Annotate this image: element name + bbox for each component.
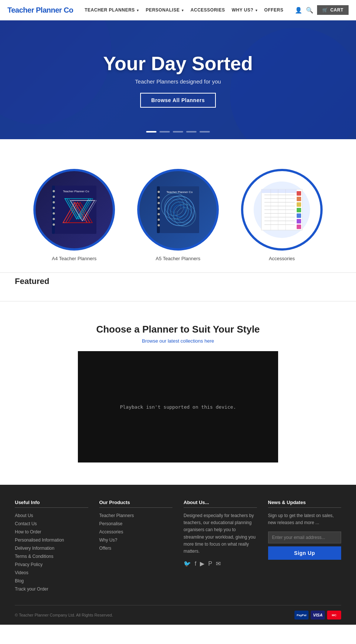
hero-dot-2[interactable] (159, 131, 170, 133)
main-nav: TEACHER PLANNERS ▾ PERSONALISE ▾ ACCESSO… (85, 7, 283, 13)
svg-text:Teacher Planner Co: Teacher Planner Co (167, 190, 193, 194)
logo-text: Teacher Planner Co (7, 6, 73, 14)
list-item: Terms & Conditions (15, 553, 88, 559)
list-item: Accessories (99, 529, 173, 535)
svg-rect-44 (297, 219, 301, 223)
nav-why-us[interactable]: WHY US? ▾ (232, 7, 258, 13)
pinterest-icon[interactable]: P (208, 560, 212, 567)
hero-dots (146, 131, 210, 133)
nav-offers[interactable]: OFFERS (264, 7, 284, 13)
collections-link[interactable]: Browse our latest collections here (142, 338, 214, 344)
svg-point-13 (53, 201, 55, 203)
link-personalise[interactable]: Personalise (99, 521, 123, 526)
svg-rect-42 (297, 208, 301, 212)
hero-dot-4[interactable] (186, 131, 197, 133)
cart-label: CART (330, 7, 343, 13)
hero-subtext: Teacher Planners designed for you (103, 78, 253, 85)
category-a4[interactable]: Teacher Planner Co (33, 169, 115, 261)
svg-point-36 (158, 224, 160, 226)
products-heading: Our Products (99, 500, 173, 508)
header-icons: 👤 🔍 🛒 CART (295, 5, 349, 15)
link-how-to-order[interactable]: How to Order (15, 529, 41, 535)
nav-teacher-planners[interactable]: TEACHER PLANNERS ▾ (85, 7, 139, 13)
list-item: Privacy Policy (15, 561, 88, 567)
hero-cta-button[interactable]: Browse All Planners (140, 93, 216, 108)
hero-dot-5[interactable] (200, 131, 210, 133)
choose-subtext: Browse our latest collections here (15, 338, 341, 344)
svg-point-34 (158, 213, 160, 215)
video-container: Playback isn't supported on this device. (78, 351, 278, 462)
footer-col-useful-info: Useful Info About Us Contact Us How to O… (15, 500, 88, 594)
svg-point-31 (158, 196, 160, 199)
logo[interactable]: Teacher Planner Co (7, 6, 73, 14)
svg-point-11 (53, 190, 55, 192)
link-about-us[interactable]: About Us (15, 513, 33, 518)
link-accessories[interactable]: Accessories (99, 529, 123, 535)
link-contact-us[interactable]: Contact Us (15, 521, 37, 526)
svg-rect-43 (297, 213, 301, 218)
nav-personalise[interactable]: PERSONALISE ▾ (146, 7, 184, 13)
list-item: Personalise (99, 520, 173, 526)
cart-button[interactable]: 🛒 CART (317, 5, 349, 15)
link-delivery-info[interactable]: Delivery Information (15, 546, 55, 551)
hero-dot-3[interactable] (173, 131, 183, 133)
youtube-icon[interactable]: ▶ (200, 560, 204, 567)
about-heading: About Us... (184, 500, 257, 508)
footer-col-news: News & Updates Sign up to get the latest… (268, 500, 342, 594)
mastercard-icon: MC (327, 611, 341, 620)
svg-point-17 (53, 223, 55, 226)
svg-rect-39 (297, 191, 301, 196)
list-item: How to Order (15, 529, 88, 535)
list-item: Track your Order (15, 586, 88, 592)
list-item: Contact Us (15, 520, 88, 526)
svg-rect-55 (261, 189, 297, 193)
email-icon[interactable]: ✉ (216, 560, 221, 567)
email-input[interactable] (268, 532, 342, 543)
link-privacy[interactable]: Privacy Policy (15, 562, 43, 567)
category-a4-circle: Teacher Planner Co (33, 169, 115, 251)
category-acc-label: Accessories (269, 256, 295, 261)
svg-rect-45 (297, 225, 301, 229)
featured-section: Featured (0, 273, 356, 301)
list-item: Teacher Planners (99, 512, 173, 518)
hero-dot-1[interactable] (146, 131, 156, 133)
category-acc-circle (241, 169, 323, 251)
svg-point-14 (53, 207, 55, 209)
svg-point-35 (158, 219, 160, 221)
footer-copyright: © Teacher Planner Company Ltd. All Right… (15, 613, 113, 617)
visa-icon: VISA (311, 611, 325, 620)
choose-section: Choose a Planner to Suit Your Style Brow… (0, 313, 356, 474)
categories-section: Teacher Planner Co (0, 150, 356, 272)
about-text: Designed especially for teachers by teac… (184, 512, 257, 555)
list-item: Offers (99, 545, 173, 551)
svg-point-30 (158, 191, 160, 193)
news-signup-text: Sign up to get the latest on sales, new … (268, 512, 342, 526)
nav-accessories[interactable]: ACCESSORIES (191, 7, 225, 13)
user-icon[interactable]: 👤 (295, 7, 302, 14)
list-item: Blog (15, 578, 88, 583)
link-videos[interactable]: Videos (15, 570, 28, 575)
facebook-icon[interactable]: f (195, 560, 196, 567)
twitter-icon[interactable]: 🐦 (184, 560, 191, 567)
link-why-us[interactable]: Why Us? (99, 537, 118, 543)
featured-heading: Featured (15, 277, 341, 286)
search-icon[interactable]: 🔍 (306, 7, 313, 14)
link-terms[interactable]: Terms & Conditions (15, 554, 53, 559)
category-a5[interactable]: Teacher Planner Co (137, 169, 219, 261)
signup-button[interactable]: Sign Up (268, 546, 342, 560)
link-track-order[interactable]: Track your Order (15, 586, 48, 592)
useful-info-heading: Useful Info (15, 500, 88, 508)
link-blog[interactable]: Blog (15, 578, 24, 583)
link-offers[interactable]: Offers (99, 546, 111, 551)
svg-point-12 (53, 196, 55, 198)
a5-planner-image: Teacher Planner Co (146, 178, 210, 241)
svg-rect-0 (52, 186, 55, 234)
video-message: Playback isn't supported on this device. (120, 404, 236, 410)
category-accessories[interactable]: Accessories (241, 169, 323, 261)
category-a5-label: A5 Teacher Planners (156, 256, 200, 261)
footer: Useful Info About Us Contact Us How to O… (0, 485, 356, 625)
category-a4-label: A4 Teacher Planners (52, 256, 96, 261)
list-item: Delivery Information (15, 545, 88, 551)
link-personalised-info[interactable]: Personalised Information (15, 537, 64, 543)
link-teacher-planners[interactable]: Teacher Planners (99, 513, 134, 518)
